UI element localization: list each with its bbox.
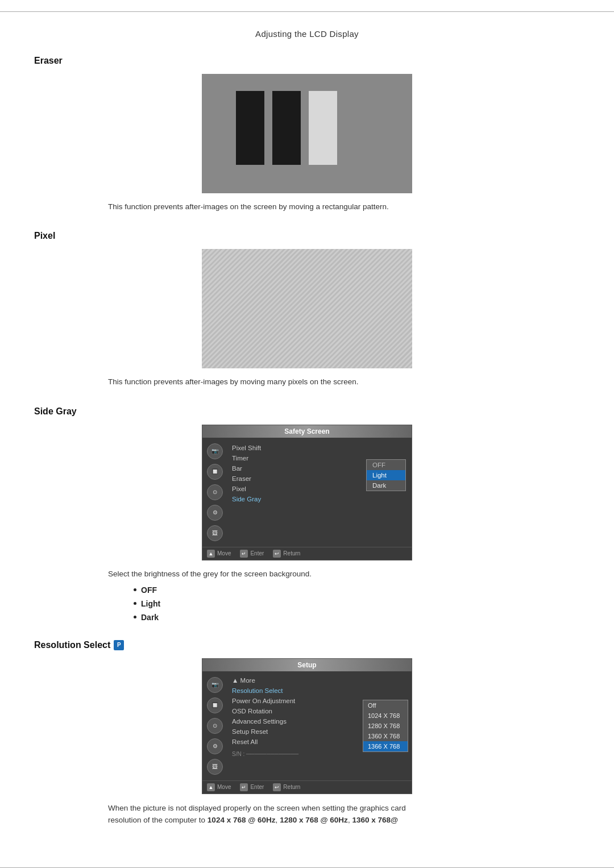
res-osd-icon-5: 🖼 (207, 759, 223, 775)
res-enter-icon: ↵ (240, 783, 248, 791)
osd-icon-4: ⚙ (207, 505, 223, 521)
side-gray-section: Side Gray Safety Screen 📷 🔲 ⊙ ⚙ 🖼 (34, 406, 580, 622)
res-submenu-off: Off (363, 700, 408, 711)
osd-submenu-light: Light (367, 470, 405, 480)
osd-footer-return: ↩ Return (273, 550, 300, 558)
side-gray-heading: Side Gray (34, 406, 580, 417)
res-footer-return: ↩ Return (273, 783, 300, 791)
eraser-bar-dark (236, 91, 264, 165)
resolution-select-heading: Resolution Select P (34, 640, 580, 650)
osd-body: 📷 🔲 ⊙ ⚙ 🖼 Pixel Shift Timer Bar Eraser P… (202, 438, 412, 547)
resolution-p-icon: P (114, 640, 124, 650)
res-footer-move: ▲ Move (207, 783, 231, 791)
osd-submenu-dark: Dark (367, 480, 405, 491)
res-submenu-1366: 1366 X 768 (363, 741, 408, 751)
option-off: OFF (134, 585, 580, 595)
side-gray-osd: Safety Screen 📷 🔲 ⊙ ⚙ 🖼 Pixel Shift Time… (202, 425, 412, 560)
osd-icon-1: 📷 (207, 443, 223, 459)
option-dark: Dark (134, 613, 580, 622)
move-icon: ▲ (207, 550, 215, 558)
res-submenu-1360: 1360 X 768 (363, 731, 408, 741)
side-gray-options-list: OFF Light Dark (134, 585, 580, 622)
osd-items-column: Pixel Shift Timer Bar Eraser Pixel Side … (227, 441, 412, 543)
resolution-osd-footer: ▲ Move ↵ Enter ↩ Return (202, 780, 412, 794)
osd-icons-column: 📷 🔲 ⊙ ⚙ 🖼 (202, 441, 227, 543)
res-submenu-1280: 1280 X 768 (363, 721, 408, 731)
eraser-bar-light (309, 91, 337, 165)
osd-footer-enter: ↵ Enter (240, 550, 264, 558)
eraser-screen-mock (202, 74, 412, 193)
enter-icon: ↵ (240, 550, 248, 558)
eraser-heading: Eraser (34, 56, 580, 66)
resolution-osd-title-bar: Setup (202, 659, 412, 671)
resolution-submenu: Off 1024 X 768 1280 X 768 1360 X 768 136… (363, 700, 408, 752)
osd-item-side-gray: Side Gray (232, 495, 407, 504)
osd-footer: ▲ Move ↵ Enter ↩ Return (202, 547, 412, 560)
res-osd-icon-4: ⚙ (207, 738, 223, 754)
res-submenu-1024: 1024 X 768 (363, 711, 408, 721)
bullet-dot-1 (134, 588, 136, 591)
bullet-dot-3 (134, 616, 136, 618)
pixel-description: This function prevents after-images by m… (108, 376, 580, 388)
res-footer-enter: ↵ Enter (240, 783, 264, 791)
pixel-section: Pixel This function prevents after-image… (34, 231, 580, 388)
res-osd-resolution-select: Resolution Select (232, 686, 407, 695)
pixel-screen-mock (202, 249, 412, 368)
resolution-osd-body: 📷 🔲 ⊙ ⚙ 🖼 ▲ More Resolution Select Power… (202, 671, 412, 780)
osd-icon-2: 🔲 (207, 464, 223, 480)
resolution-osd: Setup 📷 🔲 ⊙ ⚙ 🖼 ▲ More Resolution Select (202, 658, 412, 794)
res-move-icon: ▲ (207, 783, 215, 791)
page-title: Adjusting the LCD Display (34, 29, 580, 39)
resolution-osd-container: Setup 📷 🔲 ⊙ ⚙ 🖼 ▲ More Resolution Select (34, 658, 580, 794)
option-light: Light (134, 599, 580, 608)
side-gray-description: Select the brightness of the grey for th… (108, 568, 580, 580)
pixel-heading: Pixel (34, 231, 580, 241)
osd-submenu-off: OFF (367, 460, 405, 470)
res-return-icon: ↩ (273, 783, 281, 791)
return-icon: ↩ (273, 550, 281, 558)
res-osd-more: ▲ More (232, 676, 407, 685)
osd-footer-move: ▲ Move (207, 550, 231, 558)
osd-submenu-side-gray: OFF Light Dark (366, 459, 406, 491)
res-osd-icon-2: 🔲 (207, 697, 223, 713)
eraser-bar-dark2 (272, 91, 301, 165)
res-osd-icon-3: ⊙ (207, 718, 223, 734)
eraser-section: Eraser This function prevents after-imag… (34, 56, 580, 213)
resolution-osd-icons: 📷 🔲 ⊙ ⚙ 🖼 (202, 675, 227, 777)
res-osd-icon-1: 📷 (207, 677, 223, 693)
osd-icon-5: 🖼 (207, 525, 223, 541)
osd-title-bar: Safety Screen (202, 425, 412, 438)
osd-item-pixel-shift: Pixel Shift (232, 443, 407, 452)
eraser-description: This function prevents after-images on t… (108, 201, 580, 213)
bullet-dot-2 (134, 602, 136, 605)
side-gray-osd-container: Safety Screen 📷 🔲 ⊙ ⚙ 🖼 Pixel Shift Time… (34, 425, 580, 560)
eraser-image (34, 74, 580, 193)
osd-icon-3: ⊙ (207, 484, 223, 500)
resolution-select-section: Resolution Select P Setup 📷 🔲 ⊙ ⚙ 🖼 (34, 640, 580, 827)
resolution-description: When the picture is not displayed proper… (108, 802, 580, 827)
pixel-image (34, 249, 580, 368)
